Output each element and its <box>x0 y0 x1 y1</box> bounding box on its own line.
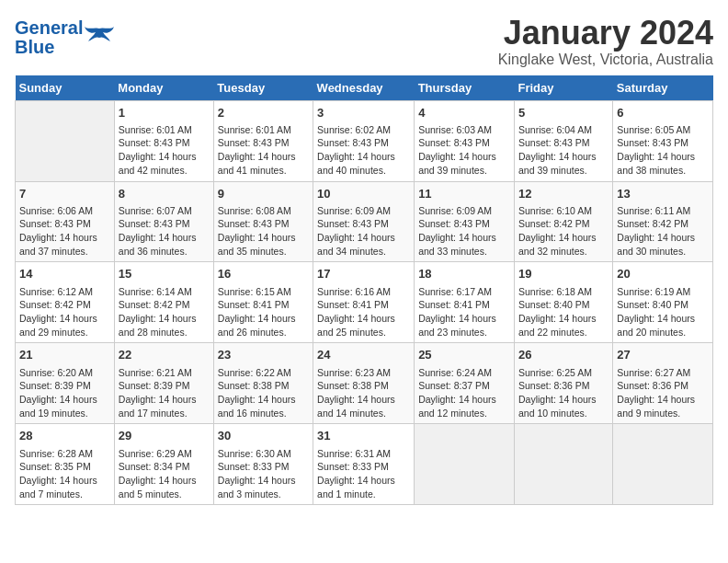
day-info: Sunrise: 6:23 AM <box>317 366 410 380</box>
day-info: Daylight: 14 hours <box>418 393 510 407</box>
day-number: 21 <box>19 347 110 363</box>
day-cell: 15Sunrise: 6:14 AMSunset: 8:42 PMDayligh… <box>114 262 213 343</box>
day-info: and 32 minutes. <box>518 245 609 259</box>
day-info: Sunrise: 6:09 AM <box>317 204 410 218</box>
day-info: and 38 minutes. <box>617 164 709 178</box>
day-info: Daylight: 14 hours <box>119 312 210 326</box>
day-info: Sunrise: 6:22 AM <box>218 366 309 380</box>
day-info: and 1 minute. <box>317 488 410 501</box>
day-info: and 25 minutes. <box>317 326 410 339</box>
day-info: Sunset: 8:42 PM <box>119 298 210 312</box>
day-cell: 4Sunrise: 6:03 AMSunset: 8:43 PMDaylight… <box>415 100 515 181</box>
day-info: Sunset: 8:43 PM <box>617 136 709 150</box>
day-number: 17 <box>317 266 410 282</box>
day-number: 7 <box>19 186 110 202</box>
day-info: Sunset: 8:42 PM <box>617 217 709 231</box>
day-info: and 17 minutes. <box>119 407 210 420</box>
day-cell: 24Sunrise: 6:23 AMSunset: 8:38 PMDayligh… <box>313 343 415 424</box>
day-info: Sunset: 8:41 PM <box>218 298 309 312</box>
day-info: Sunrise: 6:15 AM <box>218 285 309 299</box>
day-info: Daylight: 14 hours <box>617 393 709 407</box>
day-info: Sunset: 8:36 PM <box>518 379 609 393</box>
day-number: 20 <box>617 266 709 282</box>
day-info: Daylight: 14 hours <box>317 231 410 245</box>
day-info: Sunrise: 6:25 AM <box>518 366 609 380</box>
day-number: 15 <box>119 266 210 282</box>
day-cell: 29Sunrise: 6:29 AMSunset: 8:34 PMDayligh… <box>114 424 213 505</box>
day-cell: 2Sunrise: 6:01 AMSunset: 8:43 PMDaylight… <box>213 100 313 181</box>
day-number: 24 <box>317 347 410 363</box>
day-cell <box>415 424 515 505</box>
day-cell: 28Sunrise: 6:28 AMSunset: 8:35 PMDayligh… <box>16 424 115 505</box>
day-info: Sunrise: 6:19 AM <box>617 285 709 299</box>
day-info: Sunrise: 6:27 AM <box>617 366 709 380</box>
column-header-monday: Monday <box>114 75 213 101</box>
day-info: and 12 minutes. <box>418 407 510 420</box>
day-info: Sunset: 8:38 PM <box>317 379 410 393</box>
day-info: Sunrise: 6:05 AM <box>617 123 709 137</box>
day-info: Sunrise: 6:21 AM <box>119 366 210 380</box>
day-info: Sunrise: 6:24 AM <box>418 366 510 380</box>
day-info: and 42 minutes. <box>119 164 210 178</box>
day-number: 22 <box>119 347 210 363</box>
column-header-sunday: Sunday <box>16 75 115 101</box>
day-info: Daylight: 14 hours <box>218 393 309 407</box>
day-info: Sunrise: 6:28 AM <box>19 447 110 461</box>
day-number: 31 <box>317 428 410 444</box>
day-info: Daylight: 14 hours <box>19 474 110 488</box>
day-info: Daylight: 14 hours <box>218 150 309 164</box>
day-number: 2 <box>218 105 309 121</box>
day-info: Sunset: 8:43 PM <box>218 217 309 231</box>
day-number: 1 <box>119 105 210 121</box>
page-title: January 2024 <box>498 15 713 52</box>
day-info: Daylight: 14 hours <box>518 393 609 407</box>
day-cell: 8Sunrise: 6:07 AMSunset: 8:43 PMDaylight… <box>114 181 213 262</box>
day-info: Daylight: 14 hours <box>19 312 110 326</box>
day-number: 29 <box>119 428 210 444</box>
day-info: and 36 minutes. <box>119 245 210 259</box>
day-info: Sunset: 8:43 PM <box>119 217 210 231</box>
day-cell: 1Sunrise: 6:01 AMSunset: 8:43 PMDaylight… <box>114 100 213 181</box>
day-info: Daylight: 14 hours <box>317 312 410 326</box>
day-cell: 18Sunrise: 6:17 AMSunset: 8:41 PMDayligh… <box>415 262 515 343</box>
day-info: Sunrise: 6:16 AM <box>317 285 410 299</box>
day-info: and 10 minutes. <box>518 407 609 420</box>
day-number: 5 <box>518 105 609 121</box>
day-cell: 16Sunrise: 6:15 AMSunset: 8:41 PMDayligh… <box>213 262 313 343</box>
day-info: Sunrise: 6:18 AM <box>518 285 609 299</box>
day-number: 6 <box>617 105 709 121</box>
day-cell: 7Sunrise: 6:06 AMSunset: 8:43 PMDaylight… <box>16 181 115 262</box>
day-info: Daylight: 14 hours <box>119 393 210 407</box>
day-info: Sunset: 8:43 PM <box>518 136 609 150</box>
day-info: Sunset: 8:41 PM <box>317 298 410 312</box>
week-row-5: 28Sunrise: 6:28 AMSunset: 8:35 PMDayligh… <box>16 424 713 505</box>
day-number: 18 <box>418 266 510 282</box>
day-info: Sunset: 8:43 PM <box>317 217 410 231</box>
day-info: Sunset: 8:36 PM <box>617 379 709 393</box>
week-row-2: 7Sunrise: 6:06 AMSunset: 8:43 PMDaylight… <box>16 181 713 262</box>
column-header-thursday: Thursday <box>415 75 515 101</box>
column-header-saturday: Saturday <box>613 75 713 101</box>
day-number: 30 <box>218 428 309 444</box>
day-info: Sunrise: 6:02 AM <box>317 123 410 137</box>
day-info: and 19 minutes. <box>19 407 110 420</box>
calendar-table: SundayMondayTuesdayWednesdayThursdayFrid… <box>15 75 713 506</box>
day-info: Sunset: 8:38 PM <box>218 379 309 393</box>
day-number: 13 <box>617 186 709 202</box>
day-info: Daylight: 14 hours <box>418 312 510 326</box>
day-info: Sunset: 8:41 PM <box>418 298 510 312</box>
day-number: 25 <box>418 347 510 363</box>
day-number: 4 <box>418 105 510 121</box>
day-info: Sunrise: 6:20 AM <box>19 366 110 380</box>
day-info: and 39 minutes. <box>418 164 510 178</box>
day-info: Daylight: 14 hours <box>317 393 410 407</box>
page-header: General Blue January 2024 Kinglake West,… <box>15 15 713 68</box>
day-info: and 7 minutes. <box>19 488 110 501</box>
day-info: Daylight: 14 hours <box>218 474 309 488</box>
day-number: 14 <box>19 266 110 282</box>
day-number: 3 <box>317 105 410 121</box>
day-info: Daylight: 14 hours <box>317 474 410 488</box>
column-header-tuesday: Tuesday <box>213 75 313 101</box>
day-number: 16 <box>218 266 309 282</box>
day-info: and 20 minutes. <box>617 326 709 339</box>
